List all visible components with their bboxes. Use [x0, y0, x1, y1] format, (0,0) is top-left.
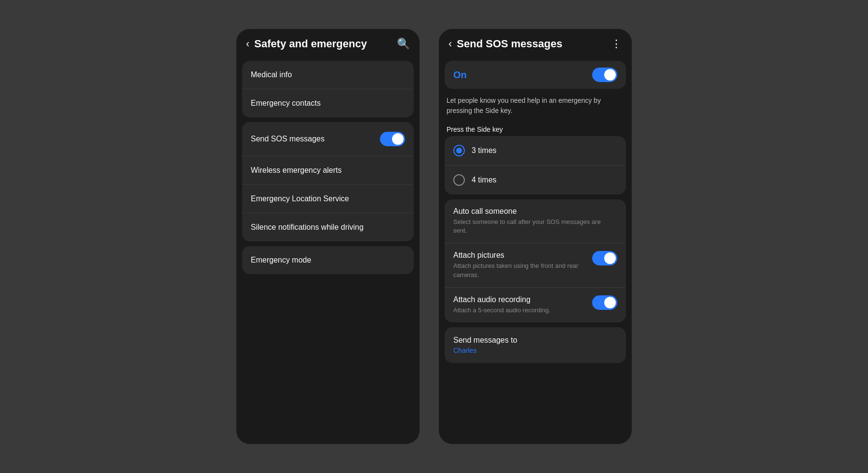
right-panel-content: On Let people know you need help in an e… [439, 57, 632, 444]
send-sos-label: Send SOS messages [251, 135, 325, 143]
attach-audio-desc: Attach a 5-second audio recording. [453, 306, 587, 315]
emergency-contacts-label: Emergency contacts [251, 99, 321, 108]
radio-3-times-label: 3 times [472, 146, 497, 155]
on-toggle-card[interactable]: On [445, 61, 626, 89]
right-panel-header: ‹ Send SOS messages ⋮ [439, 29, 632, 57]
attach-pictures-desc: Attach pictures taken using the front an… [453, 262, 587, 279]
attach-audio-text: Attach audio recording Attach a 5-second… [453, 295, 592, 315]
back-icon[interactable]: ‹ [246, 38, 249, 50]
attach-pictures-text: Attach pictures Attach pictures taken us… [453, 251, 592, 279]
send-messages-value: Charles [453, 347, 617, 354]
description-text: Let people know you need help in an emer… [445, 94, 626, 122]
auto-call-desc: Select someone to call after your SOS me… [453, 218, 612, 235]
attach-pictures-row: Attach pictures Attach pictures taken us… [453, 251, 617, 279]
feature-card: Auto call someone Select someone to call… [445, 199, 626, 322]
attach-pictures-toggle[interactable] [592, 251, 617, 265]
radio-4-times-label: 4 times [472, 176, 497, 184]
attach-audio-item[interactable]: Attach audio recording Attach a 5-second… [445, 288, 626, 322]
emergency-mode-label: Emergency mode [251, 256, 311, 264]
more-options-icon[interactable]: ⋮ [611, 38, 622, 50]
medical-info-label: Medical info [251, 70, 292, 79]
group1: Medical info Emergency contacts [242, 61, 414, 117]
radio-3-times[interactable]: 3 times [445, 136, 626, 166]
right-panel: ‹ Send SOS messages ⋮ On Let people know… [439, 29, 632, 444]
attach-pictures-toggle-knob [604, 252, 616, 264]
auto-call-title: Auto call someone [453, 207, 612, 216]
on-toggle-knob [604, 69, 616, 81]
group2: Send SOS messages Wireless emergency ale… [242, 122, 414, 241]
right-panel-title: Send SOS messages [457, 38, 562, 50]
emergency-contacts-item[interactable]: Emergency contacts [242, 89, 414, 117]
attach-pictures-item[interactable]: Attach pictures Attach pictures taken us… [445, 243, 626, 287]
attach-audio-title: Attach audio recording [453, 295, 587, 304]
left-panel: ‹ Safety and emergency 🔍 Medical info Em… [236, 29, 420, 444]
send-sos-toggle[interactable] [380, 132, 405, 146]
left-panel-content: Medical info Emergency contacts Send SOS… [236, 57, 420, 444]
silence-notifications-item[interactable]: Silence notifications while driving [242, 213, 414, 241]
auto-call-row: Auto call someone Select someone to call… [453, 207, 617, 235]
attach-pictures-title: Attach pictures [453, 251, 587, 260]
attach-audio-row: Attach audio recording Attach a 5-second… [453, 295, 617, 315]
on-label: On [453, 70, 467, 81]
attach-audio-toggle[interactable] [592, 295, 617, 310]
send-sos-item[interactable]: Send SOS messages [242, 122, 414, 156]
auto-call-item[interactable]: Auto call someone Select someone to call… [445, 199, 626, 243]
auto-call-text: Auto call someone Select someone to call… [453, 207, 617, 235]
on-toggle[interactable] [592, 68, 617, 82]
medical-info-item[interactable]: Medical info [242, 61, 414, 89]
group3: Emergency mode [242, 246, 414, 274]
radio-card: 3 times 4 times [445, 136, 626, 195]
right-header-left: ‹ Send SOS messages [448, 38, 562, 50]
emergency-location-label: Emergency Location Service [251, 195, 349, 203]
radio-4-times-circle [453, 174, 465, 186]
left-panel-title: Safety and emergency [254, 38, 367, 50]
send-messages-card[interactable]: Send messages to Charles [445, 327, 626, 363]
search-icon[interactable]: 🔍 [397, 38, 410, 50]
left-panel-header: ‹ Safety and emergency 🔍 [236, 29, 420, 57]
header-left: ‹ Safety and emergency [246, 38, 367, 50]
radio-4-times[interactable]: 4 times [445, 166, 626, 195]
silence-notifications-label: Silence notifications while driving [251, 223, 364, 232]
wireless-alerts-label: Wireless emergency alerts [251, 166, 342, 175]
send-sos-toggle-knob [392, 133, 404, 145]
send-messages-title: Send messages to [453, 336, 617, 345]
radio-3-times-circle [453, 145, 465, 156]
right-back-icon[interactable]: ‹ [448, 38, 452, 50]
attach-audio-toggle-knob [604, 297, 616, 308]
wireless-alerts-item[interactable]: Wireless emergency alerts [242, 156, 414, 185]
emergency-location-item[interactable]: Emergency Location Service [242, 185, 414, 213]
side-key-label: Press the Side key [445, 122, 626, 136]
emergency-mode-item[interactable]: Emergency mode [242, 246, 414, 274]
